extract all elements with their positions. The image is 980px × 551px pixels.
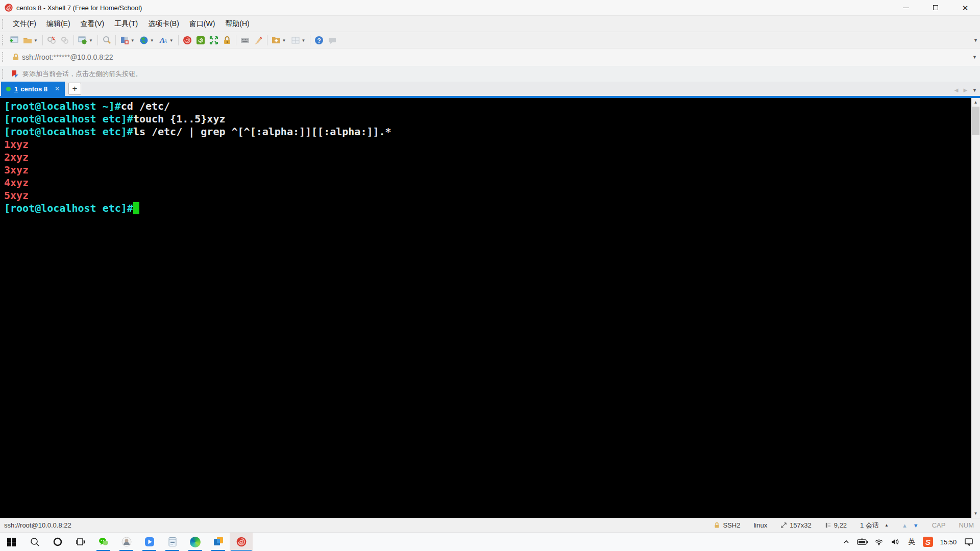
terminal-line: [root@localhost etc]# — [4, 202, 980, 215]
virtual-keyboard-button[interactable] — [238, 33, 252, 47]
taskbar-app-edge[interactable] — [184, 533, 207, 551]
grid-view-icon — [290, 35, 301, 45]
xshell-spiral-icon — [4, 3, 13, 12]
address-bar[interactable]: ssh://root:******@10.0.0.8:22 ▼ — [0, 48, 980, 66]
taskbar-app-avatar[interactable] — [115, 533, 138, 551]
toolbar-separator — [42, 35, 43, 45]
disconnect-icon — [46, 35, 57, 45]
wifi-icon[interactable] — [872, 533, 886, 551]
toolbar-grip[interactable] — [2, 35, 5, 45]
battery-icon[interactable] — [855, 533, 870, 551]
new-tab-button[interactable]: + — [68, 83, 81, 95]
minimize-button[interactable] — [891, 0, 921, 15]
address-url[interactable]: ssh://root:******@10.0.0.8:22 — [22, 53, 113, 61]
scroll-top-icon[interactable]: ▲ — [902, 522, 908, 529]
taskbar-app-vmware[interactable] — [207, 533, 230, 551]
status-terminal-size: 157x32 — [780, 521, 812, 529]
window-title: centos 8 - Xshell 7 (Free for Home/Schoo… — [16, 4, 142, 12]
tab-centos8[interactable]: 1 centos 8 ✕ — [1, 82, 65, 96]
menu-window[interactable]: 窗口(W) — [184, 17, 220, 31]
wechat-icon — [98, 536, 109, 547]
lock-screen-button[interactable] — [220, 33, 234, 47]
close-button[interactable]: ✕ — [950, 0, 980, 15]
font-button[interactable]: AA ▼ — [157, 33, 176, 47]
status-cursor-position: 9,22 — [825, 521, 847, 529]
info-hint-text: 要添加当前会话，点击左侧的箭头按钮。 — [22, 69, 142, 79]
chevron-down-icon: ▼ — [282, 38, 286, 43]
taskbar-app-player[interactable] — [138, 533, 161, 551]
status-os: linux — [753, 521, 767, 529]
restore-button[interactable] — [921, 0, 950, 15]
new-folder-button[interactable]: ▼ — [270, 33, 289, 47]
terminal-line: 2xyz — [4, 151, 980, 164]
scrollbar-thumb[interactable] — [972, 107, 979, 135]
sogou-input-icon[interactable]: S — [921, 533, 935, 551]
ime-indicator[interactable]: 英 — [904, 533, 919, 551]
new-session-icon — [9, 35, 19, 45]
toolbar-separator — [310, 35, 310, 45]
menu-tab[interactable]: 选项卡(B) — [143, 17, 184, 31]
fullscreen-icon — [209, 35, 219, 45]
new-xshell-button[interactable] — [181, 33, 194, 47]
help-button[interactable]: ? — [312, 33, 326, 47]
scroll-up-icon[interactable]: ▲ — [971, 98, 980, 107]
notification-icon[interactable] — [962, 533, 976, 551]
terminal-area[interactable]: [root@localhost ~]#cd /etc/[root@localho… — [0, 98, 980, 518]
lock-icon — [714, 522, 720, 529]
task-view-button[interactable] — [69, 533, 92, 551]
tab-close-icon[interactable]: ✕ — [55, 85, 60, 92]
menu-tools[interactable]: 工具(T) — [109, 17, 143, 31]
edge-icon — [190, 537, 201, 547]
find-button[interactable] — [100, 33, 113, 47]
start-button[interactable] — [0, 533, 23, 551]
toolbar-overflow-chevron[interactable]: ▼ — [973, 38, 978, 43]
find-icon — [102, 35, 112, 45]
terminal-scrollbar[interactable]: ▲ ▼ — [971, 98, 980, 518]
cortana-button[interactable] — [46, 533, 69, 551]
menu-edit[interactable]: 编辑(E) — [41, 17, 76, 31]
menu-view[interactable]: 查看(V) — [76, 17, 110, 31]
menubar-grip[interactable] — [2, 19, 5, 29]
taskbar-app-wechat[interactable] — [92, 533, 115, 551]
reconnect-button[interactable] — [58, 33, 71, 47]
svg-text:A: A — [163, 38, 167, 44]
xftp-button[interactable] — [194, 33, 207, 47]
menu-bar: 文件(F) 编辑(E) 查看(V) 工具(T) 选项卡(B) 窗口(W) 帮助(… — [0, 15, 980, 32]
address-dropdown-chevron[interactable]: ▼ — [972, 55, 977, 60]
layout-button[interactable]: ▼ — [118, 33, 137, 47]
feedback-button[interactable] — [326, 33, 339, 47]
addressbar-grip[interactable] — [2, 52, 5, 62]
search-button[interactable] — [23, 533, 46, 551]
help-icon: ? — [314, 35, 324, 45]
menu-help[interactable]: 帮助(H) — [220, 17, 254, 31]
taskbar-clock[interactable]: 15:50 — [937, 533, 960, 551]
terminal-line: [root@localhost etc]#touch {1..5}xyz — [4, 113, 980, 126]
open-session-button[interactable]: ▼ — [21, 33, 40, 47]
grid-view-button[interactable]: ▼ — [289, 33, 308, 47]
toolbar-separator — [236, 35, 236, 45]
volume-icon[interactable] — [888, 533, 902, 551]
tab-scroll-left-icon[interactable]: ◀ — [954, 87, 959, 93]
tab-scroll-right-icon[interactable]: ▶ — [963, 87, 967, 93]
taskbar-app-notepad[interactable] — [161, 533, 184, 551]
disconnect-button[interactable] — [45, 33, 58, 47]
menu-file[interactable]: 文件(F) — [8, 17, 41, 31]
new-session-button[interactable] — [8, 33, 21, 47]
hidden-icons-chevron[interactable] — [839, 533, 853, 551]
new-xshell-icon — [182, 35, 192, 45]
fullscreen-button[interactable] — [207, 33, 220, 47]
infobar-grip[interactable] — [2, 69, 5, 79]
taskbar-app-xshell[interactable] — [230, 533, 253, 551]
xftp-icon — [195, 35, 206, 45]
status-scroll-arrows[interactable]: ▲ ▼ — [902, 522, 919, 529]
scroll-bottom-icon[interactable]: ▼ — [913, 522, 919, 529]
encoding-button[interactable]: ▼ — [137, 33, 157, 47]
properties-button[interactable]: ▼ — [76, 33, 95, 47]
highlighter-button[interactable] — [252, 33, 265, 47]
tab-list-chevron[interactable]: ▼ — [972, 88, 977, 93]
status-capslock: CAP — [932, 521, 946, 529]
scroll-down-icon[interactable]: ▼ — [971, 509, 980, 518]
status-session-count[interactable]: 1 会话 ▲ — [860, 521, 889, 530]
restore-icon — [933, 5, 938, 10]
terminal-output[interactable]: [root@localhost ~]#cd /etc/[root@localho… — [0, 98, 980, 215]
